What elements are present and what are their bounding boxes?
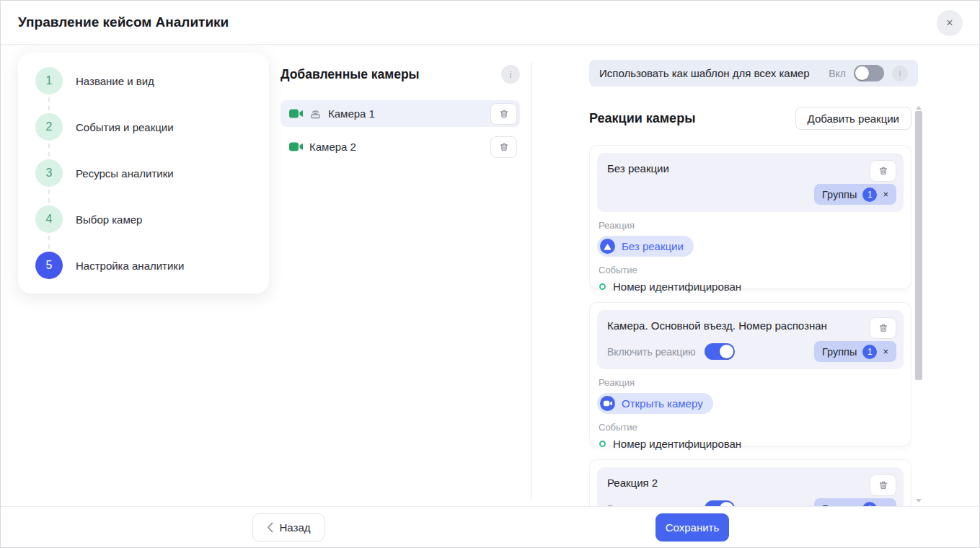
enable-reaction-toggle[interactable]: [705, 500, 735, 506]
toggle-knob: [855, 66, 869, 80]
remove-groups-icon[interactable]: ×: [883, 189, 888, 200]
reaction-field-label: Реакция: [599, 220, 904, 231]
back-button[interactable]: Назад: [252, 513, 325, 542]
page-title: Управление кейсом Аналитики: [18, 14, 229, 30]
recorder-icon: [309, 108, 322, 119]
trash-icon: [878, 323, 888, 333]
remove-groups-icon[interactable]: ×: [883, 346, 888, 357]
info-icon-glyph: i: [899, 68, 901, 79]
added-cameras-title: Добавленные камеры: [281, 67, 420, 82]
template-toggle[interactable]: [854, 65, 884, 81]
reaction-chip-no-reaction[interactable]: Без реакции: [597, 236, 694, 257]
delete-camera-button[interactable]: [490, 103, 517, 125]
info-icon[interactable]: i: [501, 65, 520, 84]
added-cameras-panel: Добавленные камеры i Камера 1 Камера 2: [281, 45, 520, 160]
reaction-card-title: Камера. Основной въезд. Номер распознан: [607, 319, 893, 332]
camera-list-item-1[interactable]: Камера 1: [281, 100, 520, 127]
step-number-badge: 1: [35, 67, 63, 94]
event-status-icon: [599, 283, 606, 290]
trash-icon: [878, 166, 888, 176]
trash-icon: [499, 142, 509, 152]
reactions-title: Реакции камеры: [589, 111, 696, 126]
dialog-footer: Назад Сохранить: [1, 506, 979, 547]
close-button[interactable]: ×: [937, 10, 963, 36]
camera-reactions-panel: Использовать как шаблон для всех камер В…: [589, 45, 924, 506]
delete-camera-button[interactable]: [490, 136, 517, 158]
event-field-label: Событие: [599, 422, 904, 433]
groups-count-badge: 1: [862, 345, 877, 359]
reaction-card-header: Реакция 2 Включить реакцию Группы 1 ×: [597, 467, 904, 506]
no-reaction-icon: [600, 239, 615, 254]
reaction-chip-open-camera[interactable]: Открыть камеру: [597, 393, 713, 414]
reaction-card-title: Без реакции: [607, 162, 893, 174]
event-row: Номер идентифицирован: [599, 438, 904, 450]
vertical-divider: [531, 62, 531, 500]
step-number-badge: 4: [35, 206, 63, 233]
reaction-card-header: Без реакции Группы 1 ×: [597, 153, 904, 212]
dialog-body: 1 Название и вид 2 События и реакции 3 Р…: [1, 45, 979, 506]
event-name: Номер идентифицирован: [613, 280, 741, 293]
trash-icon: [878, 480, 888, 490]
reaction-chip-label: Открыть камеру: [622, 397, 703, 410]
reaction-card-header: Камера. Основной въезд. Номер распознан …: [597, 310, 904, 369]
add-reactions-button[interactable]: Добавить реакции: [795, 107, 911, 130]
step-label: Выбор камер: [76, 213, 142, 226]
step-label: Название и вид: [76, 75, 154, 87]
camera-name: Камера 2: [309, 141, 356, 153]
delete-reaction-button[interactable]: [870, 474, 896, 496]
enable-reaction-row: Включить реакцию: [607, 343, 735, 360]
enable-reaction-toggle[interactable]: [705, 343, 735, 360]
reaction-card-title: Реакция 2: [607, 477, 893, 489]
step-number-badge: 2: [35, 113, 63, 141]
added-cameras-header: Добавленные камеры i: [281, 65, 520, 84]
stepper: 1 Название и вид 2 События и реакции 3 Р…: [18, 53, 269, 293]
camera-icon: [600, 396, 615, 411]
save-button-label: Сохранить: [666, 521, 720, 534]
groups-chip[interactable]: Группы 1 ×: [814, 341, 896, 362]
video-camera-icon: [289, 109, 303, 118]
info-icon[interactable]: i: [892, 66, 908, 81]
delete-reaction-button[interactable]: [870, 160, 896, 182]
enable-reaction-label: Включить реакцию: [607, 346, 696, 358]
reaction-field-label: Реакция: [599, 377, 904, 388]
enable-reaction-row: Включить реакцию: [607, 500, 735, 506]
groups-count-badge: 1: [862, 187, 877, 202]
event-status-icon: [599, 441, 606, 447]
step-label: Ресурсы аналитики: [76, 167, 174, 180]
stepper-step-analytics-settings[interactable]: 5 Настройка аналитики: [35, 252, 269, 279]
toggle-state-label: Вкл: [829, 68, 846, 79]
reaction-chip-label: Без реакции: [622, 240, 684, 252]
close-icon: ×: [946, 17, 953, 30]
template-banner: Использовать как шаблон для всех камер В…: [589, 60, 918, 87]
back-button-label: Назад: [280, 521, 311, 534]
camera-name: Камера 1: [328, 107, 375, 120]
scrollbar-down-arrow-icon[interactable]: [916, 499, 922, 503]
groups-chip[interactable]: Группы 1 ×: [814, 498, 896, 506]
template-banner-label: Использовать как шаблон для всех камер: [599, 67, 810, 79]
reactions-header: Реакции камеры Добавить реакции: [589, 107, 911, 130]
scrollbar-thumb[interactable]: [915, 111, 922, 380]
step-number-badge-active: 5: [35, 252, 63, 279]
reactions-scrollbar[interactable]: [915, 106, 922, 503]
event-field-label: Событие: [599, 265, 904, 275]
camera-list-item-2[interactable]: Камера 2: [281, 133, 520, 160]
stepper-step-name-and-type[interactable]: 1 Название и вид: [35, 67, 269, 94]
save-button[interactable]: Сохранить: [655, 513, 729, 542]
stepper-step-analytics-resources[interactable]: 3 Ресурсы аналитики: [35, 159, 269, 187]
reaction-card-open-camera: Камера. Основной въезд. Номер распознан …: [589, 302, 911, 446]
event-row: Номер идентифицирован: [599, 280, 904, 293]
reaction-card-no-reaction: Без реакции Группы 1 × Реакция Без р: [589, 145, 911, 289]
info-icon-glyph: i: [510, 69, 512, 80]
video-camera-icon: [289, 142, 303, 151]
groups-chip-label: Группы: [822, 346, 857, 358]
step-number-badge: 3: [35, 159, 63, 187]
event-name: Номер идентифицирован: [613, 438, 741, 450]
groups-chip[interactable]: Группы 1 ×: [814, 184, 896, 205]
stepper-step-events-and-reactions[interactable]: 2 События и реакции: [35, 113, 269, 141]
stepper-step-camera-selection[interactable]: 4 Выбор камер: [35, 206, 269, 233]
reaction-card-reaction-2: Реакция 2 Включить реакцию Группы 1 ×: [589, 459, 911, 506]
trash-icon: [499, 109, 509, 119]
scrollbar-up-arrow-icon[interactable]: [916, 106, 922, 110]
step-label: События и реакции: [76, 121, 174, 133]
delete-reaction-button[interactable]: [870, 317, 896, 339]
